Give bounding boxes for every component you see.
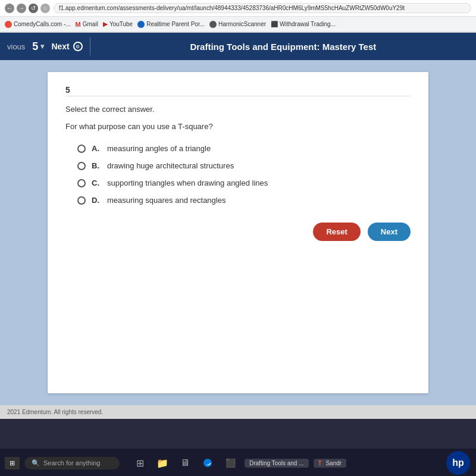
windows-icon: ⊞ [10,459,15,467]
taskbar-icon-edge[interactable] [198,453,217,472]
browser-nav-icons: ← → ↺ ⌂ [5,4,50,13]
next-nav-button[interactable]: Next ⊙ [51,42,82,51]
address-text[interactable]: f1.app.edmentum.com/assessments-delivery… [54,3,471,13]
option-d-text: measuring squares and rectangles [107,196,226,205]
home-icon[interactable]: ⌂ [40,4,50,13]
bookmark-parent-portal[interactable]: Realtime Parent Por... [137,21,205,28]
option-d[interactable]: D. measuring squares and rectangles [77,196,411,205]
action-buttons: Reset Next [65,223,411,241]
radio-c[interactable] [77,179,86,187]
search-icon: 🔍 [32,459,40,467]
hp-logo: hp [446,451,470,475]
reload-icon[interactable]: ↺ [29,4,38,13]
withdrawal-icon: ⬛ [271,21,278,27]
teams-icon: T [318,460,322,466]
question-dropdown-arrow[interactable]: ▾ [40,42,44,51]
option-a[interactable]: A. measuring angles of a triangle [77,144,411,153]
question-text: For what purpose can you use a T-square? [65,122,411,131]
next-button[interactable]: Next [368,223,411,241]
taskbar-icon-2[interactable]: 📁 [153,453,172,472]
taskbar-icon-4[interactable]: ⬛ [221,453,240,472]
taskbar-search[interactable]: 🔍 Search for anything [24,457,120,469]
instruction-text: Select the correct answer. [65,105,411,114]
option-c-text: supporting triangles when drawing angled… [107,178,268,187]
option-c-label: C. [92,178,101,187]
radio-d[interactable] [77,196,86,205]
option-a-label: A. [92,144,101,153]
bottom-section: hp [0,419,476,449]
question-badge: 5 [65,84,411,96]
harmonic-icon [209,21,217,28]
option-b-label: B. [92,161,101,170]
taskbar-icon-3[interactable]: 🖥 [176,453,195,472]
bookmark-youtube[interactable]: ▶ YouTube [103,20,133,28]
option-a-text: measuring angles of a triangle [107,144,211,153]
question-number-display: 5 ▾ [32,40,44,53]
reset-button[interactable]: Reset [313,223,360,241]
start-button[interactable]: ⊞ [5,457,20,469]
back-icon[interactable]: ← [5,4,14,13]
youtube-icon: ▶ [103,20,108,28]
taskbar-app-drafting[interactable]: Drafting Tools and ... [245,459,309,468]
bookmark-gmail[interactable]: M Gmail [76,21,98,28]
page-footer: 2021 Edmentum. All rights reserved. [0,405,476,419]
bookmarks-bar: ComedyCalls.com -... M Gmail ▶ YouTube R… [0,17,476,32]
gmail-icon: M [76,21,81,28]
radio-a[interactable] [77,145,86,153]
copyright-text: 2021 Edmentum. All rights reserved. [7,409,103,415]
question-card: 5 Select the correct answer. For what pu… [48,72,428,393]
page-title: Drafting Tools and Equipment: Mastery Te… [98,42,469,52]
option-b[interactable]: B. drawing huge architectural structures [77,161,411,170]
next-circle-icon: ⊙ [73,42,83,51]
taskbar-icon-1[interactable]: ⊞ [130,453,149,472]
option-c[interactable]: C. supporting triangles when drawing ang… [77,178,411,187]
taskbar-app-user[interactable]: T Sandr [314,459,347,468]
taskbar-icons: ⊞ 📁 🖥 ⬛ [130,453,240,472]
option-b-text: drawing huge architectural structures [107,161,234,170]
option-d-label: D. [92,196,101,205]
browser-chrome: ← → ↺ ⌂ f1.app.edmentum.com/assessments-… [0,0,476,33]
address-bar: ← → ↺ ⌂ f1.app.edmentum.com/assessments-… [0,0,476,17]
main-content: 5 Select the correct answer. For what pu… [0,60,476,405]
header-divider [90,37,90,55]
forward-icon[interactable]: → [17,4,26,13]
prev-nav-label[interactable]: vious [7,42,25,51]
portal-icon [137,21,145,28]
bookmark-comedycalls[interactable]: ComedyCalls.com -... [5,21,71,28]
bookmark-harmonic[interactable]: HarmonicScanner [209,21,266,28]
taskbar: ⊞ 🔍 Search for anything ⊞ 📁 🖥 ⬛ Drafting… [0,450,476,476]
app-header: vious 5 ▾ Next ⊙ Drafting Tools and Equi… [0,33,476,60]
radio-b[interactable] [77,162,86,170]
answer-options: A. measuring angles of a triangle B. dra… [77,144,411,205]
bookmark-icon [5,21,12,28]
bookmark-withdrawal[interactable]: ⬛ Withdrawal Trading... [271,21,336,27]
